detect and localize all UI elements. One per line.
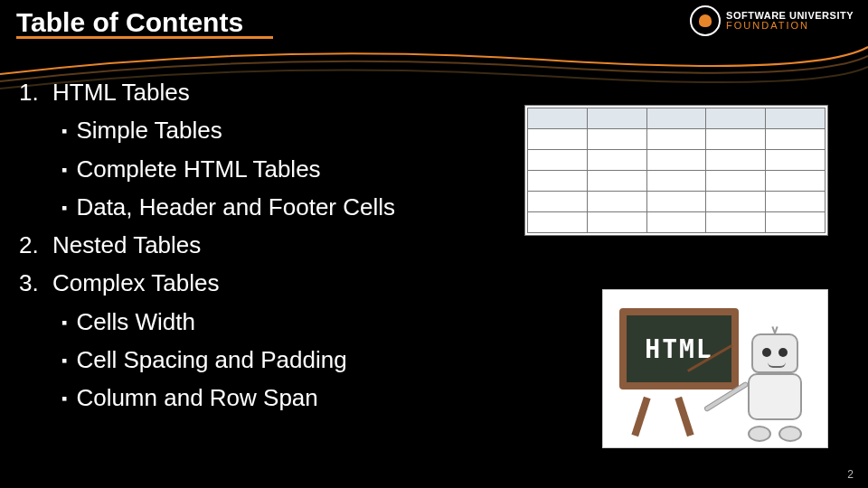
robot-illustration: HTML	[602, 289, 828, 448]
chalkboard-text: HTML	[645, 334, 712, 364]
page-number: 2	[847, 468, 854, 481]
toc-item-3c: Column and Row Span	[61, 380, 523, 416]
chalkboard: HTML	[619, 308, 739, 389]
toc-item-1b: Complete HTML Tables	[61, 151, 523, 187]
toc-item-3-label: Complex Tables	[52, 269, 220, 296]
toc-item-2: Nested Tables	[45, 227, 523, 263]
robot-icon	[739, 333, 811, 442]
toc-item-3: Complex Tables Cells Width Cell Spacing …	[45, 265, 523, 416]
slide-title: Table of Contents	[16, 7, 703, 38]
toc-content: HTML Tables Simple Tables Complete HTML …	[16, 74, 523, 418]
toc-item-1a: Simple Tables	[61, 112, 523, 148]
lightbulb-icon	[690, 5, 721, 36]
toc-item-1-label: HTML Tables	[52, 79, 190, 106]
toc-item-2-label: Nested Tables	[52, 231, 201, 258]
toc-item-1c: Data, Header and Footer Cells	[61, 189, 523, 225]
toc-item-3b: Cell Spacing and Padding	[61, 342, 523, 378]
toc-item-3a: Cells Width	[61, 304, 523, 340]
brand-logo: SOFTWARE UNIVERSITY FOUNDATION	[690, 5, 854, 36]
slide-header: Table of Contents	[16, 7, 703, 39]
table-illustration	[524, 105, 828, 236]
toc-item-1: HTML Tables Simple Tables Complete HTML …	[45, 74, 523, 225]
logo-line2: FOUNDATION	[726, 21, 854, 31]
